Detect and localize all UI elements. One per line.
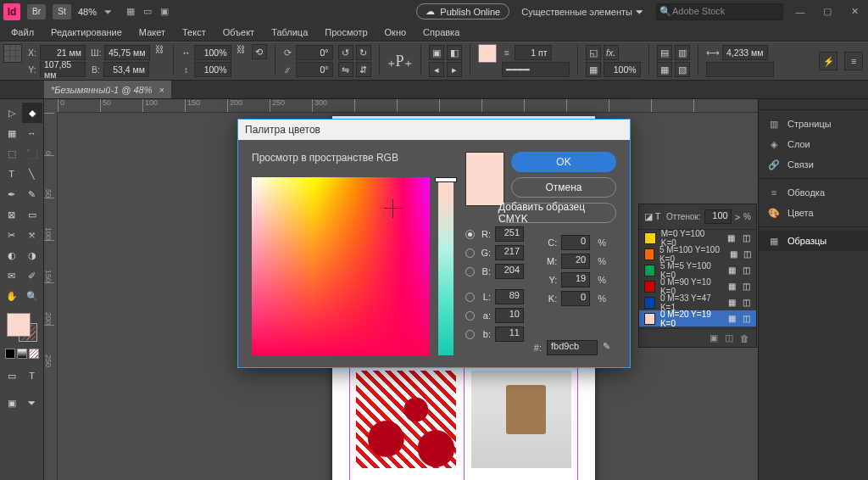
zoom-level[interactable]: 48% — [78, 7, 97, 17]
color-field[interactable] — [252, 177, 430, 355]
stroke-field[interactable]: 1 пт — [515, 45, 552, 60]
swatch-row[interactable]: 0 M=33 Y=47 K=1▦◫ — [639, 294, 756, 310]
textwrap1-button[interactable]: ▤ — [657, 45, 672, 60]
effects-button[interactable]: fx. — [604, 45, 619, 60]
select-container-button[interactable]: ▣ — [429, 45, 444, 60]
screen-mode-drop[interactable]: ⏷ — [22, 393, 42, 413]
swatch-row[interactable]: 5 M=5 Y=100 K=0▦◫ — [639, 262, 756, 278]
reference-point-grid[interactable] — [3, 44, 22, 63]
preview-view-button[interactable]: T — [22, 366, 42, 386]
l-radio[interactable] — [465, 293, 475, 302]
shear-field[interactable]: 0° — [296, 62, 333, 77]
scalex-field[interactable]: 100% — [194, 45, 231, 60]
content-collector-tool[interactable]: ⬚ — [2, 143, 22, 164]
bridge-button[interactable]: Br — [27, 4, 46, 20]
menu-type[interactable]: Текст — [175, 25, 214, 40]
rotate-ccw-button[interactable]: ↺ — [338, 45, 353, 60]
rotate-cw-button[interactable]: ↻ — [356, 45, 371, 60]
direct-selection-tool[interactable]: ◆ — [22, 103, 42, 123]
apply-color-buttons[interactable] — [5, 349, 39, 359]
panel-swatches[interactable]: ▦Образцы — [759, 231, 868, 251]
hex-field[interactable]: fbd9cb — [547, 340, 598, 355]
flip-v-button[interactable]: ⇵ — [356, 62, 371, 77]
workspace-dropdown[interactable]: Существенные элементы ⏷ — [516, 4, 649, 20]
textwrap2-button[interactable]: ▥ — [675, 45, 690, 60]
hand-tool[interactable]: ✋ — [2, 286, 22, 306]
panel-layers[interactable]: ◈Слои — [759, 134, 868, 154]
panel-links[interactable]: 🔗Связи — [759, 154, 868, 175]
delete-swatch-button[interactable]: 🗑 — [740, 333, 749, 343]
add-cmyk-swatch-button[interactable]: Добавить образец CMYK — [498, 203, 616, 223]
scissors-tool[interactable]: ✂ — [2, 225, 22, 245]
gap-style[interactable] — [706, 62, 774, 77]
hue-thumb[interactable] — [435, 177, 457, 182]
rotate-field[interactable]: 0° — [296, 45, 333, 60]
stock-button[interactable]: St — [53, 4, 71, 20]
menu-object[interactable]: Объект — [215, 25, 262, 40]
flip-h-button[interactable]: ⇋ — [338, 62, 353, 77]
vertical-ruler[interactable]: 050100150200250 — [44, 113, 58, 480]
hue-slider[interactable] — [438, 177, 453, 355]
page-tool[interactable]: ▦ — [2, 123, 22, 143]
stock-search-input[interactable]: Adobe Stock — [656, 3, 783, 20]
r-radio[interactable] — [465, 230, 475, 239]
screen-mode-button[interactable]: ▣ — [2, 393, 22, 413]
rect-frame-tool[interactable]: ⊠ — [2, 204, 22, 225]
gap-tool[interactable]: ↔ — [22, 123, 42, 143]
normal-view-button[interactable]: ▭ — [2, 366, 22, 386]
link-scale-icon[interactable]: ⛓ — [236, 44, 247, 78]
new-swatch-button[interactable]: ◫ — [725, 332, 733, 343]
menu-layout[interactable]: Макет — [131, 25, 173, 40]
k-field[interactable]: 0 — [561, 291, 590, 306]
screen2-icon[interactable]: ▣ — [159, 6, 170, 18]
b-radio[interactable] — [465, 267, 475, 276]
l-field[interactable]: 89 — [495, 289, 524, 304]
a-radio[interactable] — [465, 311, 475, 321]
gap-field[interactable]: 4,233 мм — [722, 45, 768, 60]
close-button[interactable]: ✕ — [844, 3, 865, 21]
placed-image-left[interactable] — [356, 371, 456, 468]
quick-apply-button[interactable]: ⚡ — [819, 52, 837, 70]
g-radio[interactable] — [465, 248, 475, 258]
y-field[interactable]: 19 — [561, 272, 590, 287]
fill-swatch[interactable] — [478, 44, 497, 63]
fill-stroke-proxy[interactable] — [5, 311, 39, 343]
eyedropper-icon[interactable]: ✎ — [603, 341, 616, 354]
menu-file[interactable]: Файл — [3, 25, 42, 40]
selection-tool[interactable]: ▷ — [2, 103, 22, 123]
tint-field[interactable]: 100 — [704, 209, 732, 224]
menu-window[interactable]: Окно — [377, 25, 415, 40]
opacity-field[interactable]: 100% — [604, 62, 641, 77]
bb-field[interactable]: 11 — [495, 327, 524, 342]
menu-view[interactable]: Просмотр — [317, 25, 375, 40]
swatch-row[interactable]: M=0 Y=100 K=0▦◫ — [639, 230, 756, 246]
c-field[interactable]: 0 — [561, 235, 590, 250]
a-field[interactable]: 10 — [495, 308, 524, 323]
textwrap4-button[interactable]: ▧ — [675, 62, 690, 77]
pencil-tool[interactable]: ✎ — [22, 184, 42, 204]
prev-obj-button[interactable]: ◂ — [429, 62, 444, 77]
dialog-title-bar[interactable]: Палитра цветов — [238, 120, 630, 140]
document-tab[interactable]: *Безымянный-1 @ 48% × — [44, 80, 171, 98]
clear-transform-button[interactable]: ⟲ — [252, 44, 267, 59]
note-tool[interactable]: ✉ — [2, 265, 22, 286]
y-field[interactable]: 107,85 мм — [40, 62, 86, 77]
content-placer-tool[interactable]: ⬛ — [22, 143, 42, 164]
ok-button[interactable]: OK — [511, 152, 616, 172]
corner-button[interactable]: ◱ — [586, 45, 601, 60]
pen-tool[interactable]: ✒ — [2, 184, 22, 204]
r-field[interactable]: 251 — [495, 226, 524, 242]
gradient-swatch-tool[interactable]: ◐ — [2, 245, 22, 265]
type-tool[interactable]: T — [2, 164, 22, 184]
rect-tool[interactable]: ▭ — [22, 204, 42, 225]
restore-button[interactable]: ▢ — [817, 3, 837, 21]
minimize-button[interactable]: — — [790, 3, 810, 21]
link-wh-icon[interactable]: ⛓ — [155, 44, 165, 78]
panel-color[interactable]: 🎨Цвета — [759, 203, 868, 223]
panel-pages[interactable]: ▥Страницы — [759, 114, 868, 134]
placed-image-right[interactable] — [471, 371, 571, 468]
arrange-icon[interactable]: ▦ — [125, 6, 136, 18]
horizontal-ruler[interactable]: 050100150200250300 — [58, 99, 758, 113]
scaley-field[interactable]: 100% — [194, 62, 231, 77]
menu-edit[interactable]: Редактирование — [43, 25, 130, 40]
